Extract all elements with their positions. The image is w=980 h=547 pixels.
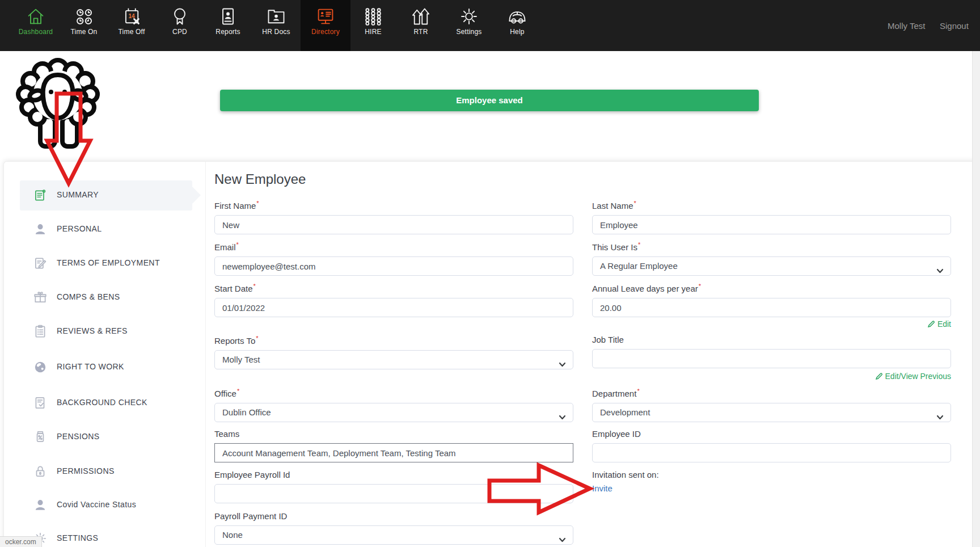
job-title-field: Job Title [592,335,951,368]
sidebar-item-permissions[interactable]: PERMISSIONS [11,458,198,485]
last-name-field: Last Name* [592,200,951,234]
document-check-icon [33,395,48,410]
nav-item-time-on[interactable]: Time On [60,0,108,51]
start-date-field: Start Date* [214,283,573,317]
email-input[interactable] [214,256,573,276]
start-date-input[interactable] [214,298,573,317]
employee-payroll-id-label: Employee Payroll Id [214,470,573,479]
teams-label: Teams [214,429,573,439]
required-asterisk: * [254,283,256,289]
this-user-is-label: This User Is* [592,241,951,252]
this-user-is-field: This User Is* A Regular Employee [592,241,951,276]
sidebar-item-terms-of-employment[interactable]: TERMS OF EMPLOYMENT [11,250,198,277]
job-title-edit-view-previous-link[interactable]: Edit/View Previous [875,372,951,381]
sidebar-item-comps-bens[interactable]: COMPS & BENS [11,284,198,311]
report-icon [218,6,238,27]
chevron-down-icon [559,532,566,539]
sidebar-item-reviews-refs[interactable]: REVIEWS & REFS [11,318,198,345]
email-label: Email* [214,241,573,252]
annual-leave-input[interactable] [592,298,951,317]
globe-icon [33,360,48,375]
job-title-label: Job Title [592,335,951,344]
sidebar-item-label: PERMISSIONS [57,466,115,476]
nav-item-label: Settings [445,28,493,36]
nav-item-dashboard[interactable]: Dashboard [12,0,60,51]
sidebar-item-label: REVIEWS & REFS [57,326,128,335]
pencil-icon [875,372,883,380]
nav-item-label: Time On [60,28,108,36]
chevron-down-icon [559,356,566,364]
required-asterisk: * [699,283,701,289]
employee-payroll-id-field: Employee Payroll Id [214,470,573,503]
nav-item-hr-docs[interactable]: HR Docs [252,0,300,51]
sidebar-item-background-check[interactable]: BACKGROUND CHECK [11,389,198,416]
required-asterisk: * [638,241,640,248]
sidebar-item-personal[interactable]: PERSONAL [11,216,198,243]
clipboard-list-icon [33,324,48,339]
nav-item-settings[interactable]: Settings [445,0,493,51]
employee-id-label: Employee ID [592,429,951,439]
invite-link[interactable]: Invite [592,483,612,493]
department-field: Department* Development [592,388,951,422]
reports-to-select[interactable]: Molly Test [214,350,573,369]
office-field: Office* Dublin Office [214,388,573,422]
sidebar-item-label: PERSONAL [57,224,102,233]
scrollbar-track[interactable] [972,51,980,547]
person-icon [33,222,48,237]
annual-leave-edit-link[interactable]: Edit [927,319,951,329]
teams-field: Teams [214,429,573,462]
notepad-icon [33,188,48,203]
sidebar-item-summary[interactable]: SUMMARY [11,182,198,209]
lock-icon [33,464,48,479]
sidebar-item-label: BACKGROUND CHECK [57,398,147,407]
employee-id-input[interactable] [592,443,951,462]
sidebar-item-label: PENSIONS [57,432,100,441]
sidebar-item-right-to-work[interactable]: RIGHT TO WORK [11,354,198,381]
sidebar-divider [205,162,206,547]
user-menu[interactable]: Molly Test [888,21,925,31]
nav-item-rtr[interactable]: RTR [397,0,445,51]
nav-item-label: Time Off [108,28,155,36]
teams-input[interactable] [214,443,573,462]
top-nav: Dashboard Time On 14 Time Off CPD Report… [0,0,980,51]
nav-item-label: Help [493,28,541,36]
annual-leave-label: Annual Leave days per year* [592,283,951,293]
job-title-input[interactable] [592,349,951,368]
form-column-right: Last Name* This User Is* A Regular Emplo… [592,161,951,547]
invitation-sent-on-label: Invitation sent on: [592,470,659,479]
first-name-field: First Name* [214,200,573,234]
department-label: Department* [592,388,951,398]
sheep-logo [10,54,105,154]
chevron-down-icon [559,409,566,416]
last-name-input[interactable] [592,215,951,234]
annual-leave-field: Annual Leave days per year* [592,283,951,317]
nav-item-time-off[interactable]: 14 Time Off [108,0,155,51]
nav-item-label: RTR [397,28,445,36]
sidebar-item-label: SUMMARY [57,190,99,199]
sidebar-item-covid-vaccine-status[interactable]: Covid Vaccine Status [11,491,198,519]
this-user-is-select[interactable]: A Regular Employee [592,256,951,276]
nav-item-reports[interactable]: Reports [204,0,252,51]
payroll-payment-id-select[interactable]: None [214,525,573,545]
start-date-label: Start Date* [214,283,573,293]
chevron-down-icon [936,263,944,270]
office-label: Office* [214,388,573,398]
sidebar-item-label: COMPS & BENS [57,292,120,301]
employee-payroll-id-input[interactable] [214,484,573,503]
nav-item-help[interactable]: Help [493,0,541,51]
gear-icon [459,6,479,27]
home-icon [26,6,46,27]
nav-item-cpd[interactable]: CPD [156,0,204,51]
department-select[interactable]: Development [592,403,951,422]
page: Dashboard Time On 14 Time Off CPD Report… [0,0,980,547]
nav-item-directory[interactable]: Directory [302,0,349,51]
signout-link[interactable]: Signout [940,21,969,31]
nav-item-hire[interactable]: HIRE [349,0,397,51]
form-column-left: First Name* Email* Start Date* Reports T… [214,161,573,547]
nav-item-label: HR Docs [252,28,300,36]
nav-item-label: CPD [156,28,204,36]
office-select[interactable]: Dublin Office [214,403,573,422]
medal-icon [170,6,190,27]
sidebar-item-pensions[interactable]: PENSIONS [11,423,198,451]
first-name-input[interactable] [214,215,573,234]
